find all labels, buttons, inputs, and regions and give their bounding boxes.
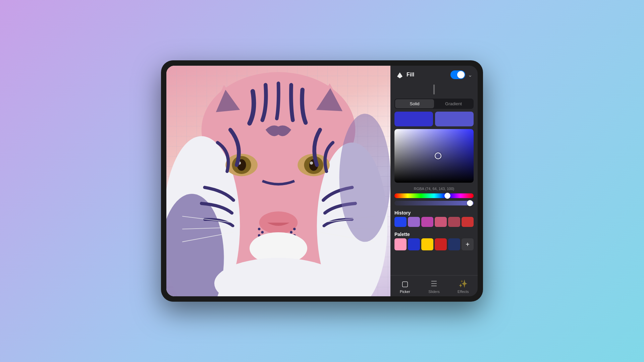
toggle-knob [457, 71, 465, 78]
color-picker-cursor [435, 153, 441, 159]
svg-point-13 [259, 212, 298, 234]
fill-toggle[interactable] [450, 70, 465, 79]
svg-point-15 [261, 231, 264, 234]
fill-icon [396, 71, 404, 79]
history-swatch-4[interactable] [435, 217, 447, 227]
gradient-tab[interactable]: Gradient [434, 99, 473, 108]
history-label: History [390, 208, 478, 217]
opacity-slider[interactable] [394, 201, 474, 205]
palette-swatch-4[interactable] [435, 238, 447, 250]
history-swatch-2[interactable] [408, 217, 420, 227]
svg-point-14 [258, 228, 261, 231]
swatch-1[interactable] [394, 112, 433, 126]
rgba-value-label: RGBA (74, 64, 143, 100) [390, 185, 478, 192]
svg-point-33 [399, 77, 401, 78]
palette-swatch-3[interactable] [421, 238, 433, 250]
palette-swatch-5[interactable] [448, 238, 460, 250]
history-swatches [390, 217, 478, 230]
add-palette-button[interactable]: + [462, 238, 474, 250]
picker-icon: ▢ [401, 280, 409, 288]
bottom-toolbar: ▢ Picker ☰ Sliders ✨ Effects [390, 275, 478, 296]
color-swatches-row [390, 112, 478, 129]
scrollbar [433, 84, 435, 95]
picker-label: Picker [400, 290, 410, 294]
svg-point-17 [293, 228, 296, 231]
chevron-down-icon[interactable]: ⌄ [468, 72, 472, 78]
sliders-label: Sliders [428, 290, 440, 294]
history-swatch-5[interactable] [448, 217, 460, 227]
hue-slider[interactable] [394, 193, 474, 198]
right-panel: Fill ⌄ Solid Gradient [390, 66, 478, 296]
toolbar-effects[interactable]: ✨ Effects [448, 278, 478, 295]
canvas-area[interactable] [166, 66, 390, 296]
sliders-icon: ☰ [431, 280, 437, 288]
toolbar-picker[interactable]: ▢ Picker [390, 278, 420, 295]
color-picker-area[interactable] [394, 129, 474, 183]
color-picker-gradient [394, 129, 474, 183]
svg-point-12 [310, 162, 313, 165]
solid-tab[interactable]: Solid [395, 99, 434, 108]
toolbar-sliders[interactable]: ☰ Sliders [420, 278, 449, 295]
history-swatch-6[interactable] [462, 217, 474, 227]
svg-point-32 [339, 114, 390, 242]
opacity-thumb [467, 200, 473, 206]
tablet-screen: Fill ⌄ Solid Gradient [166, 66, 478, 296]
hue-slider-container [390, 192, 478, 199]
history-swatch-3[interactable] [421, 217, 433, 227]
history-swatch-1[interactable] [394, 217, 407, 227]
tablet: Fill ⌄ Solid Gradient [161, 60, 483, 302]
swatch-2[interactable] [435, 112, 474, 126]
effects-label: Effects [458, 290, 469, 294]
palette-swatch-2[interactable] [408, 238, 420, 250]
palette-swatch-1[interactable] [394, 238, 407, 250]
palette-swatches: + [390, 238, 478, 253]
svg-point-18 [290, 231, 292, 234]
palette-label: Palette [390, 230, 478, 238]
fill-type-tabs: Solid Gradient [394, 99, 474, 109]
effects-icon: ✨ [459, 280, 468, 288]
fill-header: Fill ⌄ [390, 66, 478, 82]
tiger-illustration [166, 66, 390, 296]
opacity-slider-container [390, 199, 478, 208]
fill-label: Fill [407, 72, 448, 78]
hue-thumb [444, 193, 450, 199]
